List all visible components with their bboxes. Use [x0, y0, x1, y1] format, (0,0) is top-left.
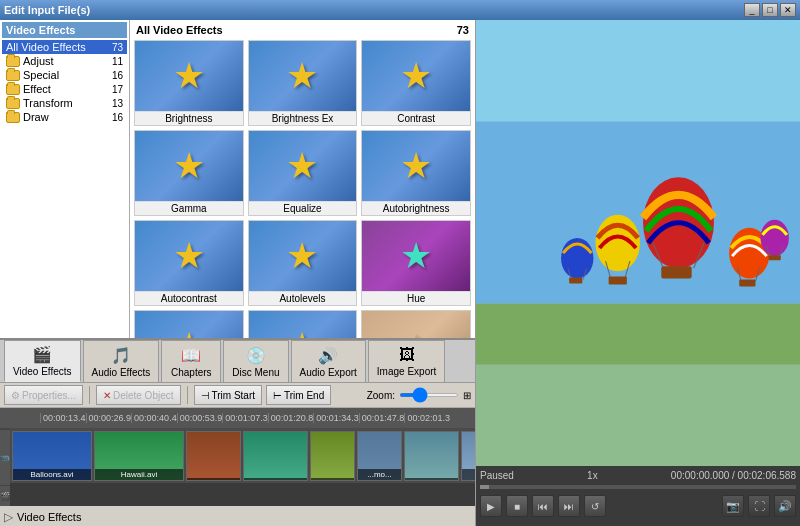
timeline-mark-1: 00:00:26.9: [86, 413, 132, 423]
effect-label-autobrightness: Autobrightness: [362, 201, 470, 215]
player-time: 00:00:00.000 / 00:02:06.588: [671, 470, 796, 481]
clip-plane[interactable]: Plane.avi: [461, 431, 475, 481]
stop-button[interactable]: ■: [506, 495, 528, 517]
grid-title: All Video Effects: [136, 24, 223, 36]
clip-label-4: [244, 478, 307, 480]
folder-icon-special: [6, 70, 20, 81]
fullscreen-button[interactable]: ⛶: [748, 495, 770, 517]
next-frame-button[interactable]: ⏭: [558, 495, 580, 517]
effect-label-autocontrast: Autocontrast: [135, 291, 243, 305]
video-effects-icon: 🎬: [32, 345, 52, 364]
effect-thumb-autocontrast[interactable]: ★ Autocontrast: [134, 220, 244, 306]
close-button[interactable]: ✕: [780, 3, 796, 17]
tab-video-effects[interactable]: 🎬 Video Effects: [4, 340, 81, 382]
clip-hawaii[interactable]: Hawaii.avi: [94, 431, 184, 481]
tab-audio-effects[interactable]: 🎵 Audio Effects: [83, 340, 160, 382]
player-right-controls: 📷 ⛶ 🔊: [722, 495, 796, 517]
timeline-ruler: 00:00:13.4 00:00:26.9 00:00:40.4 00:00:5…: [0, 408, 475, 428]
effects-track: [10, 483, 475, 503]
trim-start-button[interactable]: ⊣ Trim Start: [194, 385, 263, 405]
effect-thumb-brightness-ex[interactable]: ★ Brightness Ex: [248, 40, 358, 126]
tab-chapters[interactable]: 📖 Chapters: [161, 340, 221, 382]
player-status-bar: Paused 1x 00:00:00.000 / 00:02:06.588: [480, 470, 796, 481]
tab-image-export[interactable]: 🖼 Image Export: [368, 340, 445, 382]
effect-thumb-row4-1[interactable]: ★: [134, 310, 244, 338]
sidebar-item-all[interactable]: All Video Effects 73: [2, 40, 127, 54]
effect-thumb-contrast[interactable]: ★ Contrast: [361, 40, 471, 126]
zoom-label: Zoom:: [367, 390, 395, 401]
effect-thumb-gamma[interactable]: ★ Gamma: [134, 130, 244, 216]
snapshot-button[interactable]: 📷: [722, 495, 744, 517]
clip-label-hawaii: Hawaii.avi: [95, 469, 183, 480]
sidebar-item-adjust[interactable]: Adjust 11: [2, 54, 127, 68]
toolbar-area: ⚙ Properties... ✕ Delete Object ⊣ Trim S…: [0, 383, 475, 408]
play-button[interactable]: ▶: [480, 495, 502, 517]
clip-7[interactable]: [404, 431, 459, 481]
video-track[interactable]: Balloons.avi Hawaii.avi: [10, 428, 475, 483]
sidebar-item-effect[interactable]: Effect 17: [2, 82, 127, 96]
player-status-text: Paused: [480, 470, 514, 481]
effect-thumb-equalize[interactable]: ★ Equalize: [248, 130, 358, 216]
clip-label-5: [311, 478, 354, 480]
timeline-mark-6: 00:01:34.3: [313, 413, 359, 423]
effect-thumb-row4-3[interactable]: ★: [361, 310, 471, 338]
zoom-slider[interactable]: [399, 393, 459, 397]
maximize-button[interactable]: □: [762, 3, 778, 17]
title-bar: Edit Input File(s) _ □ ✕: [0, 0, 800, 20]
effect-thumb-autobrightness[interactable]: ★ Autobrightness: [361, 130, 471, 216]
sidebar-item-transform[interactable]: Transform 13: [2, 96, 127, 110]
transform-count: 13: [112, 98, 123, 109]
effects-area: Video Effects All Video Effects 73 Adjus…: [0, 20, 475, 340]
timeline-mark-4: 00:01:07.3: [222, 413, 268, 423]
transform-label: Transform: [23, 97, 73, 109]
effect-label-contrast: Contrast: [362, 111, 470, 125]
timeline-tracks: 📹 🎬 Balloons.avi Hawaii.avi: [0, 428, 475, 506]
tab-disc-menu[interactable]: 💿 Disc Menu: [223, 340, 288, 382]
properties-icon: ⚙: [11, 390, 20, 401]
delete-button[interactable]: ✕ Delete Object: [96, 385, 181, 405]
effect-thumb-brightness[interactable]: ★ Brightness: [134, 40, 244, 126]
player-progress-bar[interactable]: [480, 485, 796, 489]
tab-chapters-label: Chapters: [171, 367, 212, 378]
trim-end-button[interactable]: ⊢ Trim End: [266, 385, 331, 405]
properties-button[interactable]: ⚙ Properties...: [4, 385, 83, 405]
effect-thumb-autolevels[interactable]: ★ Autolevels: [248, 220, 358, 306]
audio-export-icon: 🔊: [318, 346, 338, 365]
minimize-button[interactable]: _: [744, 3, 760, 17]
timeline-content: Balloons.avi Hawaii.avi: [10, 428, 475, 506]
volume-button[interactable]: 🔊: [774, 495, 796, 517]
audio-effects-icon: 🎵: [111, 346, 131, 365]
clip-mo[interactable]: ...mo...: [357, 431, 402, 481]
clip-4[interactable]: [243, 431, 308, 481]
trim-start-icon: ⊣: [201, 390, 210, 401]
tab-audio-export-label: Audio Export: [300, 367, 357, 378]
loop-button[interactable]: ↺: [584, 495, 606, 517]
tab-audio-export[interactable]: 🔊 Audio Export: [291, 340, 366, 382]
image-export-icon: 🖼: [399, 346, 415, 364]
timeline-mark-5: 00:01:20.8: [268, 413, 314, 423]
clip-label-7: [405, 478, 458, 480]
sidebar-item-special[interactable]: Special 16: [2, 68, 127, 82]
timeline-area: 00:00:13.4 00:00:26.9 00:00:40.4 00:00:5…: [0, 408, 475, 506]
prev-frame-button[interactable]: ⏮: [532, 495, 554, 517]
clip-balloons[interactable]: Balloons.avi: [12, 431, 92, 481]
disc-menu-icon: 💿: [246, 346, 266, 365]
zoom-area: Zoom: ⊞: [367, 390, 471, 401]
footer-video-effects[interactable]: ▷ Video Effects: [0, 506, 475, 526]
clip-3[interactable]: [186, 431, 241, 481]
clip-5[interactable]: [310, 431, 355, 481]
effect-thumb-hue[interactable]: ★ Hue: [361, 220, 471, 306]
zoom-fit-icon[interactable]: ⊞: [463, 390, 471, 401]
player-controls: Paused 1x 00:00:00.000 / 00:02:06.588 ▶ …: [476, 466, 800, 526]
sidebar-item-draw[interactable]: Draw 16: [2, 110, 127, 124]
star-icon-row4-1: ★: [173, 325, 205, 338]
effects-sidebar: Video Effects All Video Effects 73 Adjus…: [0, 20, 130, 338]
tab-video-effects-label: Video Effects: [13, 366, 72, 377]
trim-start-label: Trim Start: [212, 390, 256, 401]
effect-thumb-row4-2[interactable]: ★: [248, 310, 358, 338]
main-container: Video Effects All Video Effects 73 Adjus…: [0, 20, 800, 526]
delete-icon: ✕: [103, 390, 111, 401]
title-bar-buttons: _ □ ✕: [744, 3, 796, 17]
timeline-mark-2: 00:00:40.4: [131, 413, 177, 423]
clip-label-3: [187, 478, 240, 480]
